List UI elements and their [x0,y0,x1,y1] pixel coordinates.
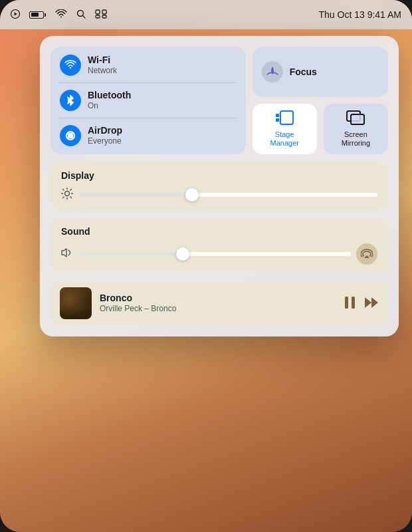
device-frame: Thu Oct 13 9:41 AM [0,0,412,532]
menu-bar: Thu Oct 13 9:41 AM [0,0,412,29]
wifi-menubar-icon [55,9,67,20]
airdrop-sublabel: Everyone [88,136,122,146]
bluetooth-label: Bluetooth [88,90,131,101]
bluetooth-icon [60,90,81,111]
control-center-menubar-icon[interactable] [95,9,107,20]
airplay-button[interactable] [356,243,377,265]
album-art-inner [60,287,92,319]
svg-rect-11 [276,118,279,122]
connectivity-panel: Wi-Fi Network Bluetooth On [51,47,246,154]
bluetooth-sublabel: On [88,101,131,110]
wifi-item[interactable]: Wi-Fi Network [60,55,237,76]
svg-marker-1 [15,13,18,16]
search-menubar-icon[interactable] [76,9,86,20]
display-slider-row [61,188,377,202]
album-art [60,287,92,319]
svg-rect-10 [276,114,279,117]
wifi-label: Wi-Fi [88,55,117,66]
svg-rect-13 [351,114,364,124]
now-playing-panel: Bronco Orville Peck – Bronco [51,281,388,326]
play-icon [11,9,20,20]
svg-rect-23 [345,297,348,309]
skip-forward-button[interactable] [364,297,379,311]
now-playing-info: Bronco Orville Peck – Bronco [100,292,336,315]
brightness-icon [61,188,73,202]
bluetooth-text: Bluetooth On [88,90,131,110]
display-panel: Display [51,162,388,210]
airdrop-item[interactable]: AirDrop Everyone [60,125,237,146]
screen-mirroring-button[interactable]: Screen Mirroring [324,104,388,154]
svg-rect-6 [96,15,100,18]
sound-panel: Sound [51,218,388,273]
divider-1 [58,82,238,83]
wifi-sublabel: Network [88,66,117,75]
svg-line-3 [83,16,86,19]
screen-mirroring-label: Screen Mirroring [329,130,383,148]
stage-manager-label: StageManager [270,130,299,148]
focus-icon [262,61,283,82]
svg-rect-4 [96,10,100,14]
svg-rect-9 [280,111,293,124]
stage-manager-button[interactable]: StageManager [253,104,317,154]
svg-rect-7 [102,15,106,18]
svg-line-22 [63,197,64,198]
bluetooth-item[interactable]: Bluetooth On [60,90,237,111]
now-playing-artist: Orville Peck – Bronco [100,304,336,315]
focus-label: Focus [290,66,317,77]
volume-slider[interactable] [80,252,351,256]
svg-line-20 [70,197,71,198]
svg-point-14 [65,192,70,196]
sound-title: Sound [61,226,377,237]
right-col: Focus StageManager [253,47,388,154]
svg-rect-24 [352,297,355,309]
sound-slider-row [61,243,377,265]
divider-2 [58,118,238,118]
stage-manager-icon [275,110,294,128]
svg-point-8 [68,133,72,138]
menu-bar-time: Thu Oct 13 9:41 AM [318,9,401,20]
top-row: Wi-Fi Network Bluetooth On [51,47,388,154]
stage-row: StageManager Screen Mirroring [253,104,388,154]
control-center-panel: Wi-Fi Network Bluetooth On [40,36,399,336]
wifi-icon [60,55,81,76]
focus-panel[interactable]: Focus [253,47,388,97]
playback-controls [344,296,379,311]
volume-icon [61,247,74,261]
pause-button[interactable] [344,296,356,311]
airdrop-icon [60,125,81,146]
battery-icon [29,11,46,19]
svg-rect-5 [102,10,106,14]
screen-mirroring-icon [346,110,365,128]
airdrop-label: AirDrop [88,125,122,136]
wifi-text: Wi-Fi Network [88,55,117,75]
svg-line-19 [63,190,64,190]
menu-bar-left [11,9,318,20]
brightness-slider[interactable] [78,193,377,197]
airdrop-text: AirDrop Everyone [88,125,122,146]
svg-line-21 [70,190,71,190]
now-playing-title: Bronco [100,292,336,304]
display-title: Display [61,170,377,181]
